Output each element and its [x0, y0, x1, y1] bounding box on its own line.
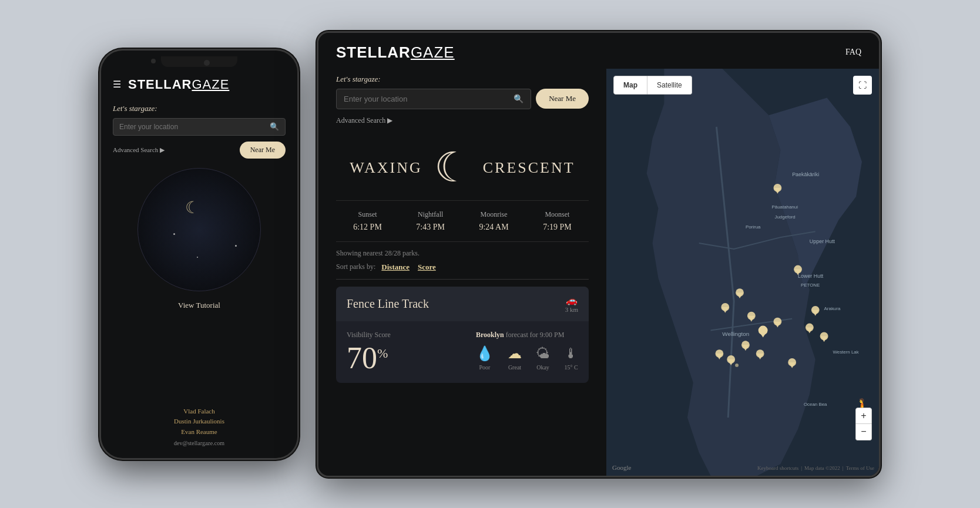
sunset-item: Sunset 6:12 PM: [353, 210, 382, 232]
phone-moon-icon: ☾: [185, 198, 200, 217]
visibility-score: 70%: [347, 341, 388, 375]
terms-of-use-link[interactable]: Terms of Use: [846, 465, 874, 471]
zoom-in-button[interactable]: +: [855, 408, 872, 424]
forecast-title: Brooklyn forecast for 9:00 PM: [476, 331, 578, 339]
times-row: Sunset 6:12 PM Nightfall 7:43 PM Moonris…: [336, 201, 589, 242]
visibility-section: Visibility Score 70%: [347, 331, 391, 374]
park-card-header: Fence Line Track 🚗 3 km: [336, 287, 589, 321]
phone-search-input[interactable]: [119, 123, 270, 131]
visibility-label: Visibility Score: [347, 331, 391, 339]
map-zoom-controls: + −: [855, 408, 872, 440]
phone-camera-right: [204, 60, 210, 66]
phone-search-icon[interactable]: 🔍: [270, 122, 279, 132]
forecast-item-temp: 🌡 15° C: [564, 345, 578, 371]
phone-sky-circle: ☾: [137, 168, 261, 291]
zoom-out-button[interactable]: −: [855, 424, 872, 440]
tablet-search-input[interactable]: [344, 95, 514, 103]
phone-credits: Vlad Falach Dustin Jurkaulionis Evan Rea…: [113, 406, 286, 446]
keyboard-shortcuts[interactable]: Keyboard shortcuts: [757, 465, 798, 471]
map-controls: Map Satellite: [613, 76, 692, 95]
credit-name-2: Dustin Jurkaulionis: [113, 416, 286, 427]
svg-text:Pāuatahanui: Pāuatahanui: [772, 204, 798, 209]
thermometer-icon: 🌡: [564, 345, 578, 362]
park-name: Fence Line Track: [347, 297, 429, 311]
tablet-faq-link[interactable]: FAQ: [845, 48, 861, 57]
tablet-advanced-search[interactable]: Advanced Search ▶: [336, 116, 589, 125]
star-3: [197, 257, 198, 258]
tablet-device: STELLARGAZE FAQ Let's stargaze: 🔍 Near M…: [317, 31, 881, 477]
credit-name-1: Vlad Falach: [113, 406, 286, 417]
cloud-icon: ☁: [508, 345, 522, 362]
nightfall-value: 7:43 PM: [416, 223, 445, 231]
park-body-row: Visibility Score 70% Brooklyn forecast f…: [347, 331, 578, 374]
svg-text:Judgeford: Judgeford: [774, 214, 795, 220]
map-copyright: Keyboard shortcuts | Map data ©2022 | Te…: [757, 465, 874, 471]
forecast-item-okay: 🌤 Okay: [536, 345, 550, 371]
rain-icon: 💧: [476, 345, 494, 362]
tablet-shell: STELLARGAZE FAQ Let's stargaze: 🔍 Near M…: [317, 31, 881, 477]
sort-distance-option[interactable]: Distance: [381, 263, 410, 272]
moonset-item: Moonset 7:19 PM: [543, 210, 572, 232]
phone-device: ☰ STELLARGAZE Let's stargaze: 🔍 Advanced…: [99, 49, 299, 460]
forecast-label-poor: Poor: [479, 364, 491, 371]
phone-tutorial-link[interactable]: View Tutorial: [113, 301, 286, 310]
svg-text:Lower Hutt: Lower Hutt: [798, 273, 824, 279]
phone-shell: ☰ STELLARGAZE Let's stargaze: 🔍 Advanced…: [99, 49, 299, 460]
forecast-section: Brooklyn forecast for 9:00 PM 💧 Poor: [476, 331, 578, 371]
showing-parks-text: Showing nearest 28/28 parks.: [336, 242, 589, 263]
park-distance-wrap: 🚗 3 km: [565, 295, 578, 313]
satellite-view-button[interactable]: Satellite: [647, 76, 692, 95]
tablet-search-row: 🔍 Near Me: [336, 89, 589, 109]
map-view-button[interactable]: Map: [613, 76, 647, 95]
star-2: [235, 245, 237, 247]
tablet-near-me-button[interactable]: Near Me: [536, 89, 589, 109]
sort-row: Sort parks by: Distance Score: [336, 263, 589, 280]
moon-phase-section: WAXING ☾ CRESCENT: [336, 136, 589, 201]
phone-advanced-search[interactable]: Advanced Search ▶: [113, 146, 165, 154]
svg-text:PETONE: PETONE: [801, 282, 820, 288]
phone-near-me-button[interactable]: Near Me: [240, 142, 286, 159]
phone-search-row: 🔍: [113, 118, 286, 136]
sort-score-option[interactable]: Score: [418, 263, 436, 272]
moonrise-value: 9:24 AM: [479, 223, 508, 231]
map-data-copyright: Map data ©2022: [804, 465, 840, 471]
park-card[interactable]: Fence Line Track 🚗 3 km Visibility Score: [336, 287, 589, 383]
map-svg: Paekākāriki Pāuatahanui Judgeford Poriru…: [606, 69, 879, 476]
tablet-header: STELLARGAZE FAQ: [318, 33, 879, 69]
forecast-item-poor: 💧 Poor: [476, 345, 494, 371]
phone-camera-left: [151, 59, 156, 63]
tablet-body: Let's stargaze: 🔍 Near Me Advanced Searc…: [318, 69, 879, 476]
svg-text:Western Lak: Western Lak: [833, 349, 858, 355]
forecast-label-great: Great: [508, 364, 521, 371]
nightfall-item: Nightfall 7:43 PM: [416, 210, 445, 232]
svg-text:Ocean Bea: Ocean Bea: [804, 402, 827, 407]
hamburger-icon[interactable]: ☰: [113, 79, 121, 90]
forecast-icons-row: 💧 Poor ☁ Great 🌤: [476, 345, 578, 371]
tablet-logo: STELLARGAZE: [336, 43, 455, 62]
moonset-value: 7:19 PM: [543, 223, 572, 231]
phone-lets-label: Let's stargaze:: [113, 104, 286, 113]
forecast-label-okay: Okay: [536, 364, 549, 371]
park-card-body: Visibility Score 70% Brooklyn forecast f…: [336, 321, 589, 383]
moonrise-label: Moonrise: [479, 210, 508, 219]
svg-point-42: [735, 363, 739, 366]
forecast-label-temp: 15° C: [564, 364, 578, 371]
tablet-search-icon[interactable]: 🔍: [514, 94, 523, 104]
sunset-value: 6:12 PM: [353, 223, 382, 231]
phone-screen: ☰ STELLARGAZE Let's stargaze: 🔍 Advanced…: [101, 51, 297, 458]
moonset-label: Moonset: [543, 210, 572, 219]
svg-text:Paekākāriki: Paekākāriki: [792, 171, 819, 177]
moon-crescent-icon: ☾: [434, 147, 471, 189]
phone-header: ☰ STELLARGAZE: [113, 77, 286, 92]
tablet-screen: STELLARGAZE FAQ Let's stargaze: 🔍 Near M…: [318, 33, 879, 476]
car-icon: 🚗: [566, 295, 578, 306]
svg-text:Porirua: Porirua: [746, 224, 761, 230]
sort-label: Sort parks by:: [336, 263, 375, 271]
park-distance: 3 km: [565, 306, 578, 313]
moon-phase-right-label: CRESCENT: [483, 160, 575, 176]
nightfall-label: Nightfall: [416, 210, 445, 219]
google-label: Google: [612, 464, 631, 471]
phone-logo: STELLARGAZE: [128, 77, 229, 92]
map-expand-button[interactable]: ⛶: [853, 76, 872, 95]
sun-icon: 🌤: [536, 345, 550, 362]
